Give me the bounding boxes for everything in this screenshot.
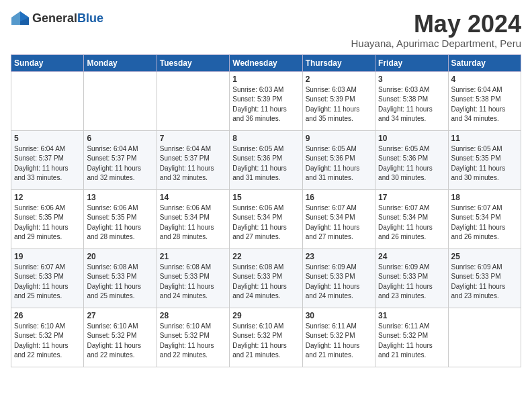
calendar-cell: 19Sunrise: 6:07 AM Sunset: 5:33 PM Dayli… xyxy=(11,248,84,308)
day-number: 18 xyxy=(451,193,518,202)
day-info: Sunrise: 6:06 AM Sunset: 5:34 PM Dayligh… xyxy=(160,203,226,242)
day-number: 15 xyxy=(232,193,299,202)
day-number: 9 xyxy=(306,134,372,143)
calendar-cell: 24Sunrise: 6:09 AM Sunset: 5:33 PM Dayli… xyxy=(375,248,448,308)
day-info: Sunrise: 6:08 AM Sunset: 5:33 PM Dayligh… xyxy=(87,263,153,302)
calendar-cell: 10Sunrise: 6:05 AM Sunset: 5:36 PM Dayli… xyxy=(375,130,448,189)
weekday-header-wednesday: Wednesday xyxy=(230,54,302,71)
day-number: 8 xyxy=(232,134,299,143)
calendar-cell: 18Sunrise: 6:07 AM Sunset: 5:34 PM Dayli… xyxy=(448,189,521,248)
calendar-cell: 9Sunrise: 6:05 AM Sunset: 5:36 PM Daylig… xyxy=(302,130,375,189)
day-info: Sunrise: 6:07 AM Sunset: 5:34 PM Dayligh… xyxy=(451,203,518,242)
day-info: Sunrise: 6:04 AM Sunset: 5:37 PM Dayligh… xyxy=(14,144,81,183)
day-number: 20 xyxy=(87,252,153,261)
day-number: 4 xyxy=(451,75,518,84)
logo-blue: Blue xyxy=(77,11,103,25)
day-number: 13 xyxy=(87,193,153,202)
week-row-2: 5Sunrise: 6:04 AM Sunset: 5:37 PM Daylig… xyxy=(11,130,521,189)
day-number: 22 xyxy=(232,252,299,261)
day-number: 26 xyxy=(14,311,81,320)
weekday-header-thursday: Thursday xyxy=(302,54,375,71)
day-info: Sunrise: 6:03 AM Sunset: 5:38 PM Dayligh… xyxy=(378,85,445,124)
day-info: Sunrise: 6:03 AM Sunset: 5:39 PM Dayligh… xyxy=(306,85,372,124)
calendar-cell: 5Sunrise: 6:04 AM Sunset: 5:37 PM Daylig… xyxy=(11,130,84,189)
weekday-header-row: SundayMondayTuesdayWednesdayThursdayFrid… xyxy=(11,54,521,71)
day-info: Sunrise: 6:09 AM Sunset: 5:33 PM Dayligh… xyxy=(378,263,445,302)
day-number: 6 xyxy=(87,134,153,143)
day-number: 31 xyxy=(378,311,445,320)
day-number: 1 xyxy=(232,75,299,84)
week-row-5: 26Sunrise: 6:10 AM Sunset: 5:32 PM Dayli… xyxy=(11,308,521,367)
day-number: 10 xyxy=(378,134,445,143)
day-info: Sunrise: 6:09 AM Sunset: 5:33 PM Dayligh… xyxy=(451,263,518,302)
day-info: Sunrise: 6:08 AM Sunset: 5:33 PM Dayligh… xyxy=(160,263,226,302)
day-info: Sunrise: 6:10 AM Sunset: 5:32 PM Dayligh… xyxy=(14,322,81,361)
day-info: Sunrise: 6:06 AM Sunset: 5:35 PM Dayligh… xyxy=(14,203,81,242)
calendar-cell: 27Sunrise: 6:10 AM Sunset: 5:32 PM Dayli… xyxy=(84,308,157,367)
day-info: Sunrise: 6:03 AM Sunset: 5:39 PM Dayligh… xyxy=(232,85,299,124)
day-number: 2 xyxy=(306,75,372,84)
calendar-cell: 16Sunrise: 6:07 AM Sunset: 5:34 PM Dayli… xyxy=(302,189,375,248)
calendar-cell: 28Sunrise: 6:10 AM Sunset: 5:32 PM Dayli… xyxy=(157,308,229,367)
week-row-1: 1Sunrise: 6:03 AM Sunset: 5:39 PM Daylig… xyxy=(11,71,521,130)
month-title: May 2024 xyxy=(351,11,521,38)
calendar-cell: 26Sunrise: 6:10 AM Sunset: 5:32 PM Dayli… xyxy=(11,308,84,367)
day-info: Sunrise: 6:04 AM Sunset: 5:37 PM Dayligh… xyxy=(87,144,153,183)
weekday-header-friday: Friday xyxy=(375,54,448,71)
day-number: 7 xyxy=(160,134,226,143)
calendar-cell: 12Sunrise: 6:06 AM Sunset: 5:35 PM Dayli… xyxy=(11,189,84,248)
week-row-4: 19Sunrise: 6:07 AM Sunset: 5:33 PM Dayli… xyxy=(11,248,521,308)
day-number: 16 xyxy=(306,193,372,202)
title-block: May 2024 Huayana, Apurimac Department, P… xyxy=(351,11,521,49)
calendar-cell: 8Sunrise: 6:05 AM Sunset: 5:36 PM Daylig… xyxy=(230,130,302,189)
day-number: 11 xyxy=(451,134,518,143)
day-info: Sunrise: 6:10 AM Sunset: 5:32 PM Dayligh… xyxy=(87,322,153,361)
day-number: 17 xyxy=(378,193,445,202)
day-info: Sunrise: 6:04 AM Sunset: 5:37 PM Dayligh… xyxy=(160,144,226,183)
day-info: Sunrise: 6:05 AM Sunset: 5:36 PM Dayligh… xyxy=(232,144,299,183)
day-info: Sunrise: 6:07 AM Sunset: 5:34 PM Dayligh… xyxy=(306,203,372,242)
day-number: 21 xyxy=(160,252,226,261)
day-number: 25 xyxy=(451,252,518,261)
day-info: Sunrise: 6:11 AM Sunset: 5:32 PM Dayligh… xyxy=(378,322,445,361)
calendar-cell: 20Sunrise: 6:08 AM Sunset: 5:33 PM Dayli… xyxy=(84,248,157,308)
calendar-cell: 1Sunrise: 6:03 AM Sunset: 5:39 PM Daylig… xyxy=(230,71,302,130)
calendar-cell: 17Sunrise: 6:07 AM Sunset: 5:34 PM Dayli… xyxy=(375,189,448,248)
day-info: Sunrise: 6:07 AM Sunset: 5:34 PM Dayligh… xyxy=(378,203,445,242)
day-info: Sunrise: 6:05 AM Sunset: 5:36 PM Dayligh… xyxy=(378,144,445,183)
calendar-cell: 29Sunrise: 6:10 AM Sunset: 5:32 PM Dayli… xyxy=(230,308,302,367)
day-number: 19 xyxy=(14,252,81,261)
day-number: 27 xyxy=(87,311,153,320)
calendar-table: SundayMondayTuesdayWednesdayThursdayFrid… xyxy=(11,54,521,367)
logo: GeneralBlue xyxy=(11,11,103,26)
day-info: Sunrise: 6:05 AM Sunset: 5:36 PM Dayligh… xyxy=(306,144,372,183)
day-info: Sunrise: 6:06 AM Sunset: 5:34 PM Dayligh… xyxy=(232,203,299,242)
calendar-cell xyxy=(157,71,229,130)
day-number: 12 xyxy=(14,193,81,202)
calendar-cell xyxy=(11,71,84,130)
day-info: Sunrise: 6:04 AM Sunset: 5:38 PM Dayligh… xyxy=(451,85,518,124)
calendar-cell: 7Sunrise: 6:04 AM Sunset: 5:37 PM Daylig… xyxy=(157,130,229,189)
weekday-header-tuesday: Tuesday xyxy=(157,54,229,71)
weekday-header-sunday: Sunday xyxy=(11,54,84,71)
calendar-cell xyxy=(84,71,157,130)
day-number: 24 xyxy=(378,252,445,261)
weekday-header-saturday: Saturday xyxy=(448,54,521,71)
day-info: Sunrise: 6:10 AM Sunset: 5:32 PM Dayligh… xyxy=(232,322,299,361)
day-info: Sunrise: 6:09 AM Sunset: 5:33 PM Dayligh… xyxy=(306,263,372,302)
svg-marker-1 xyxy=(11,11,20,25)
day-info: Sunrise: 6:07 AM Sunset: 5:33 PM Dayligh… xyxy=(14,263,81,302)
logo-general: General xyxy=(32,11,77,25)
calendar-cell: 30Sunrise: 6:11 AM Sunset: 5:32 PM Dayli… xyxy=(302,308,375,367)
day-number: 30 xyxy=(306,311,372,320)
calendar-cell: 13Sunrise: 6:06 AM Sunset: 5:35 PM Dayli… xyxy=(84,189,157,248)
calendar-cell: 23Sunrise: 6:09 AM Sunset: 5:33 PM Dayli… xyxy=(302,248,375,308)
calendar-cell: 15Sunrise: 6:06 AM Sunset: 5:34 PM Dayli… xyxy=(230,189,302,248)
calendar-cell: 21Sunrise: 6:08 AM Sunset: 5:33 PM Dayli… xyxy=(157,248,229,308)
day-info: Sunrise: 6:08 AM Sunset: 5:33 PM Dayligh… xyxy=(232,263,299,302)
calendar-cell: 25Sunrise: 6:09 AM Sunset: 5:33 PM Dayli… xyxy=(448,248,521,308)
day-info: Sunrise: 6:06 AM Sunset: 5:35 PM Dayligh… xyxy=(87,203,153,242)
calendar-cell: 11Sunrise: 6:05 AM Sunset: 5:35 PM Dayli… xyxy=(448,130,521,189)
day-number: 5 xyxy=(14,134,81,143)
day-number: 23 xyxy=(306,252,372,261)
